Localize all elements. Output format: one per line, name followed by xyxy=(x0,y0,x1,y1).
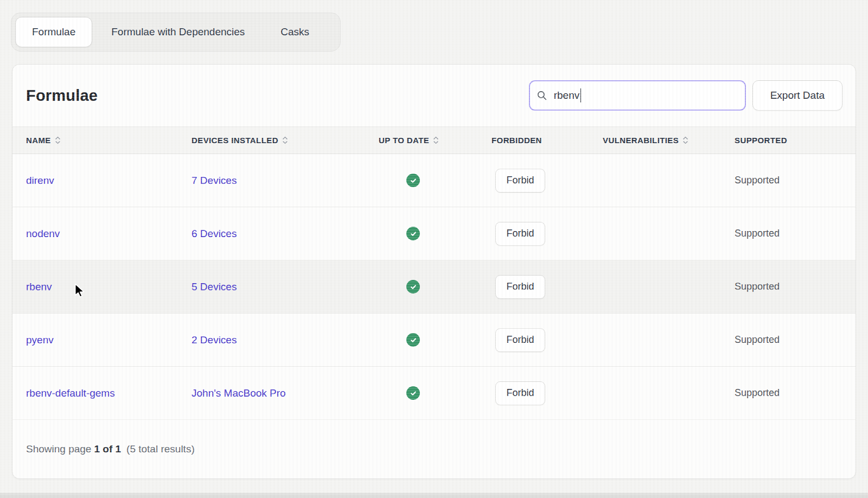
up-to-date-check-icon xyxy=(406,386,420,400)
column-header-supported: SUPPORTED xyxy=(735,136,843,145)
text-caret xyxy=(580,88,582,103)
up-to-date-check-icon xyxy=(406,333,420,347)
formula-name-link[interactable]: nodenv xyxy=(26,228,60,239)
table-row: direnv 7 Devices Forbid Supported xyxy=(12,154,856,207)
up-to-date-check-icon xyxy=(406,280,420,293)
column-header-up-to-date[interactable]: UP TO DATE xyxy=(379,136,492,145)
devices-installed-link[interactable]: 7 Devices xyxy=(192,175,237,186)
sort-icon xyxy=(282,136,288,144)
column-label: UP TO DATE xyxy=(379,136,429,145)
table-row: rbenv-default-gems John's MacBook Pro Fo… xyxy=(12,367,856,420)
panel-header: Formulae Export Data xyxy=(12,65,856,126)
supported-text: Supported xyxy=(735,281,780,292)
table-body: direnv 7 Devices Forbid Supported nodenv… xyxy=(12,154,856,420)
up-to-date-check-icon xyxy=(406,227,420,240)
sort-icon xyxy=(682,136,688,144)
pagination-total: (5 total results) xyxy=(126,443,195,455)
supported-text: Supported xyxy=(735,387,780,398)
forbid-button[interactable]: Forbid xyxy=(495,275,545,299)
devices-installed-link[interactable]: 2 Devices xyxy=(192,334,237,346)
formulae-panel: Formulae Export Data NAME DEVICES INSTAL… xyxy=(12,64,856,479)
tab-label: Formulae with Dependencies xyxy=(111,26,245,38)
forbid-button[interactable]: Forbid xyxy=(495,381,545,405)
table-row: nodenv 6 Devices Forbid Supported xyxy=(12,207,856,260)
bottom-edge xyxy=(0,493,868,498)
search-input[interactable] xyxy=(529,80,746,111)
tab-formulae-with-dependencies[interactable]: Formulae with Dependencies xyxy=(94,17,261,47)
column-header-name[interactable]: NAME xyxy=(26,136,192,145)
tab-label: Formulae xyxy=(32,26,75,38)
devices-installed-link[interactable]: 5 Devices xyxy=(192,281,237,292)
formula-name-link[interactable]: pyenv xyxy=(26,334,54,346)
tab-label: Casks xyxy=(280,26,309,38)
table-row: pyenv 2 Devices Forbid Supported xyxy=(12,314,856,367)
column-label: NAME xyxy=(26,136,51,145)
export-data-button[interactable]: Export Data xyxy=(752,80,843,111)
search-icon xyxy=(537,90,547,101)
forbid-button[interactable]: Forbid xyxy=(495,169,545,193)
sort-icon xyxy=(55,136,61,144)
devices-installed-link[interactable]: 6 Devices xyxy=(192,228,237,239)
formula-name-link[interactable]: rbenv xyxy=(26,281,52,292)
formula-name-link[interactable]: direnv xyxy=(26,175,54,186)
column-header-vulnerabilities[interactable]: VULNERABILITIES xyxy=(603,136,735,145)
column-label: DEVICES INSTALLED xyxy=(192,136,278,145)
up-to-date-check-icon xyxy=(406,174,420,187)
column-label: FORBIDDEN xyxy=(492,136,542,145)
column-label: SUPPORTED xyxy=(735,136,787,145)
supported-text: Supported xyxy=(735,175,780,186)
page-title: Formulae xyxy=(26,87,98,105)
table-row: rbenv 5 Devices Forbid Supported xyxy=(12,260,856,314)
tab-bar: FormulaeFormulae with DependenciesCasks xyxy=(11,12,341,52)
forbid-button[interactable]: Forbid xyxy=(495,328,545,352)
table-header-row: NAME DEVICES INSTALLED UP TO DATE FORBID… xyxy=(12,126,856,154)
sort-icon xyxy=(433,136,439,144)
column-label: VULNERABILITIES xyxy=(603,136,679,145)
column-header-devices-installed[interactable]: DEVICES INSTALLED xyxy=(192,136,379,145)
tab-casks[interactable]: Casks xyxy=(264,17,326,47)
devices-installed-link[interactable]: John's MacBook Pro xyxy=(192,387,286,399)
forbid-button[interactable]: Forbid xyxy=(495,222,545,246)
search-field-wrap xyxy=(529,80,746,111)
supported-text: Supported xyxy=(735,228,780,239)
pagination-footer: Showing page 1 of 1 (5 total results) xyxy=(12,420,856,478)
pagination-prefix: Showing page xyxy=(26,443,91,455)
pagination-page: 1 of 1 xyxy=(94,443,121,455)
formula-name-link[interactable]: rbenv-default-gems xyxy=(26,387,115,399)
supported-text: Supported xyxy=(735,334,780,345)
tab-formulae[interactable]: Formulae xyxy=(15,17,92,47)
column-header-forbidden: FORBIDDEN xyxy=(492,136,603,145)
